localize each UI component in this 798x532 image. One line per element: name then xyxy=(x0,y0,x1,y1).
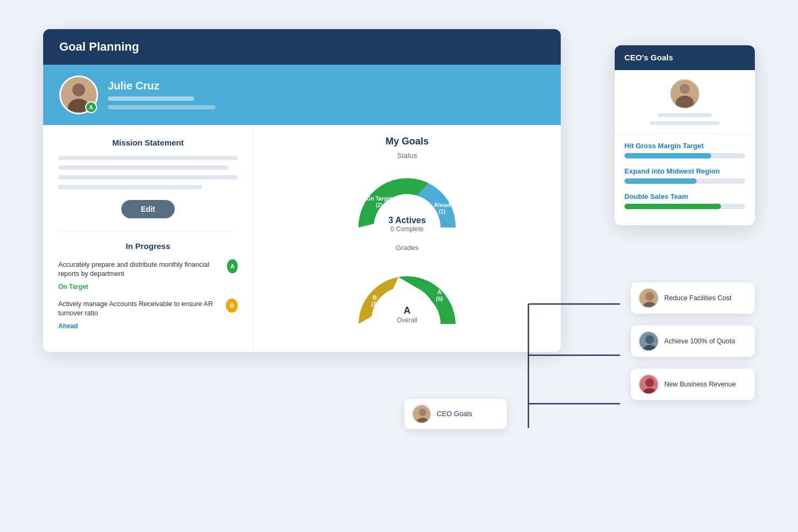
svg-point-22 xyxy=(416,418,429,424)
ceo-goal-1: Hit Gross Margin Target xyxy=(624,142,745,158)
in-progress-title: In Progress xyxy=(58,241,238,251)
ceo-goals-bubble-text: CEO Goals xyxy=(437,410,472,418)
svg-point-1 xyxy=(72,83,85,96)
overall-label: Overall xyxy=(397,316,417,324)
svg-point-27 xyxy=(645,335,654,344)
ceo-header: CEO's Goals xyxy=(615,45,755,70)
ceo-card: CEO's Goals Hit Gross Margin Target xyxy=(615,45,755,225)
svg-text:(1): (1) xyxy=(439,209,445,215)
in-progress-section: In Progress Accurately prepare and distr… xyxy=(58,231,238,330)
mission-text-line-2 xyxy=(58,165,229,170)
grades-chart: B (2) A (6) A Overall xyxy=(348,254,466,329)
svg-point-24 xyxy=(645,292,654,301)
sub-avatar-2-img xyxy=(639,332,659,351)
progress-item-1-status: On Target xyxy=(58,283,88,291)
sub-avatar-3 xyxy=(638,374,659,395)
mission-text-line-1 xyxy=(58,156,238,160)
svg-text:(2): (2) xyxy=(376,202,382,208)
sub-avatar-3-img xyxy=(639,375,659,395)
ceo-profile xyxy=(615,70,755,134)
progress-item-2-text: Actively manage Accounts Receivable to e… xyxy=(58,300,222,319)
svg-text:Ahead: Ahead xyxy=(434,202,451,208)
svg-point-26 xyxy=(639,332,659,351)
profile-banner: A Julie Cruz xyxy=(43,65,561,125)
status-chart: On Target (2) Ahead (1) 3 Actives 0 Comp… xyxy=(348,163,466,233)
right-panel: My Goals Status On Target xyxy=(253,125,561,352)
svg-point-25 xyxy=(643,302,657,308)
mission-text-line-3 xyxy=(58,175,238,179)
profile-info: Julie Cruz xyxy=(108,80,216,109)
sub-goal-card-2[interactable]: Achieve 100% of Quota xyxy=(631,326,755,357)
avatar-wrap: A xyxy=(59,75,98,114)
svg-point-20 xyxy=(413,405,431,424)
ceo-goal-3-progress xyxy=(624,204,745,209)
ceo-goal-1-name: Hit Gross Margin Target xyxy=(624,142,745,150)
ceo-goal-3-name: Double Sales Team xyxy=(624,192,745,201)
profile-bar-2 xyxy=(108,105,216,109)
progress-item-1-badge: A xyxy=(227,259,238,273)
progress-item-1-text: Accurately prepare and distribute monthl… xyxy=(58,260,223,279)
ceo-header-title: CEO's Goals xyxy=(624,53,673,62)
svg-point-31 xyxy=(643,388,657,395)
actives-count: 3 Actives xyxy=(388,216,426,225)
sub-goal-card-3[interactable]: New Business Revenue xyxy=(631,369,755,400)
ceo-goal-2: Expand into Midwest Region xyxy=(624,167,745,184)
svg-point-30 xyxy=(645,378,654,387)
ceo-goal-2-fill xyxy=(624,178,697,184)
sub-goal-3-text: New Business Revenue xyxy=(664,381,736,388)
progress-item-2: Actively manage Accounts Receivable to e… xyxy=(58,300,238,330)
profile-bar-1 xyxy=(108,96,194,101)
grades-chart-center: A Overall xyxy=(397,305,417,324)
main-card: Goal Planning A Julie Cruz xyxy=(43,29,561,352)
grades-label: Grades xyxy=(396,244,419,252)
mission-statement-title: Mission Statement xyxy=(58,138,238,147)
sub-goal-card-1[interactable]: Reduce Facilities Cost xyxy=(631,282,755,314)
sub-avatar-1-img xyxy=(639,289,659,308)
profile-name: Julie Cruz xyxy=(108,80,216,92)
ceo-goal-3-fill xyxy=(624,204,721,209)
ceo-avatar-img xyxy=(671,79,699,108)
overall-grade: A xyxy=(397,305,417,316)
svg-text:(6): (6) xyxy=(436,295,443,302)
ceo-goal-2-name: Expand into Midwest Region xyxy=(624,167,745,175)
svg-text:(2): (2) xyxy=(371,301,379,307)
svg-point-21 xyxy=(419,409,426,416)
svg-point-23 xyxy=(639,289,659,308)
svg-point-28 xyxy=(643,345,657,351)
status-chart-center: 3 Actives 0 Complete xyxy=(388,216,426,233)
status-label: Status xyxy=(397,151,417,160)
ceo-goal-3: Double Sales Team xyxy=(624,192,745,209)
complete-count: 0 Complete xyxy=(388,225,426,233)
ceo-goal-1-fill xyxy=(624,153,711,158)
sub-goal-2-text: Achieve 100% of Quota xyxy=(664,337,735,345)
ceo-goal-1-progress xyxy=(624,153,745,158)
ceo-goal-2-progress xyxy=(624,178,745,184)
avatar-badge: A xyxy=(85,101,97,113)
mission-text-line-4 xyxy=(58,185,202,189)
sub-goal-1-text: Reduce Facilities Cost xyxy=(664,294,731,302)
edit-button[interactable]: Edit xyxy=(121,200,174,218)
svg-text:On Target: On Target xyxy=(367,196,392,202)
sub-avatar-2 xyxy=(638,331,659,351)
svg-point-29 xyxy=(639,375,659,395)
progress-item-1: Accurately prepare and distribute monthl… xyxy=(58,260,238,291)
ceo-name-bar-1 xyxy=(658,113,712,117)
ceo-bubble-avatar-img xyxy=(413,405,431,424)
svg-text:A: A xyxy=(437,289,442,295)
ceo-name-bar-2 xyxy=(650,121,720,125)
my-goals-title: My Goals xyxy=(386,136,429,147)
main-header: Goal Planning xyxy=(43,29,561,65)
app-title: Goal Planning xyxy=(59,40,139,53)
progress-item-2-status: Ahead xyxy=(58,322,78,330)
ceo-goals-list: Hit Gross Margin Target Expand into Midw… xyxy=(615,134,755,225)
ceo-goals-bubble[interactable]: CEO Goals xyxy=(404,399,507,429)
progress-item-2-badge: B xyxy=(226,299,238,313)
sub-avatar-1 xyxy=(638,288,659,308)
ceo-avatar xyxy=(670,79,700,109)
left-panel: Mission Statement Edit In Progress Accur… xyxy=(43,125,253,352)
main-body: Mission Statement Edit In Progress Accur… xyxy=(43,125,561,352)
ceo-goals-bubble-avatar xyxy=(412,404,431,424)
svg-text:B: B xyxy=(373,294,377,301)
svg-point-14 xyxy=(680,84,690,94)
